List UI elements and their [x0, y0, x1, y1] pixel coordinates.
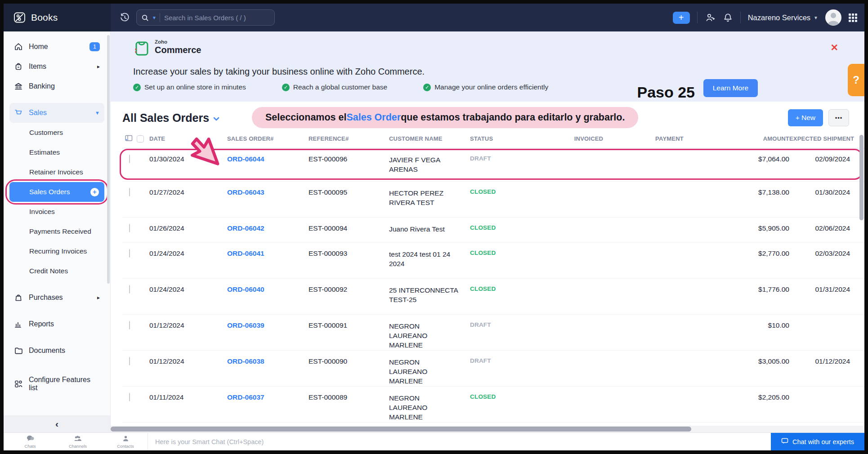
smart-chat-input-wrap [148, 433, 771, 450]
cell-shipment: 02/09/2024 [789, 155, 850, 181]
table-row[interactable]: 01/11/2024 ORD-06037 EST-000089 NEGRON L… [122, 387, 864, 423]
status-text: CLOSED [470, 249, 548, 278]
vertical-scrollbar[interactable] [859, 135, 864, 220]
smart-chat-input[interactable] [148, 438, 771, 446]
row-checkbox[interactable] [129, 393, 130, 401]
col-header-payment[interactable]: PAYMENT [629, 135, 710, 142]
chat-tab-chats[interactable]: Chats [14, 435, 46, 449]
sidebar-item-estimates[interactable]: Estimates [9, 142, 104, 162]
col-header-reference[interactable]: REFERENCE# [309, 135, 389, 142]
bullet-text: Manage your online orders efficiently [434, 83, 548, 91]
refer-user-icon[interactable] [705, 12, 716, 23]
sales-order-link[interactable]: ORD-06041 [227, 249, 264, 257]
new-sales-order-button[interactable]: + New [788, 109, 823, 126]
sidebar-item-retainer-invoices[interactable]: Retainer Invoices [9, 162, 104, 182]
column-settings-icon[interactable] [125, 135, 133, 143]
cell-date: 01/26/2024 [149, 224, 227, 242]
col-header-customer[interactable]: CUSTOMER NAME [389, 135, 470, 142]
sidebar-collapse-button[interactable]: ‹ [4, 415, 110, 432]
sales-order-link[interactable]: ORD-06043 [227, 188, 264, 196]
select-all-checkbox[interactable] [137, 135, 144, 142]
cell-reference: EST-000093 [309, 249, 389, 278]
chat-tab-label: Contacts [117, 444, 134, 449]
learn-more-button[interactable]: Learn More [703, 79, 758, 97]
table-row[interactable]: 01/27/2024 ORD-06043 EST-000095 HECTOR P… [122, 182, 864, 218]
table-row[interactable]: 01/26/2024 ORD-06042 EST-000094 Juano Ri… [122, 218, 864, 243]
horizontal-scrollbar[interactable] [111, 426, 864, 432]
chevron-down-icon: ▼ [95, 110, 100, 116]
banner-bullet: ✓ Set up an online store in minutes [133, 83, 246, 91]
check-icon: ✓ [423, 84, 431, 91]
row-checkbox[interactable] [129, 321, 130, 329]
add-sales-order-icon[interactable]: + [90, 188, 99, 196]
org-switcher[interactable]: Nazareno Services ▼ [748, 13, 818, 22]
sales-order-link[interactable]: ORD-06040 [227, 285, 264, 293]
status-text: CLOSED [470, 188, 548, 217]
help-tab-button[interactable]: ? [848, 64, 864, 96]
annotation-callout: Seleccionamos el Sales Order que estamos… [252, 107, 638, 128]
brand-logo[interactable]: Books [4, 4, 111, 31]
row-checkbox[interactable] [129, 224, 130, 232]
search-scope-caret-icon[interactable]: ▼ [152, 15, 157, 20]
sidebar-item-customers[interactable]: Customers [9, 123, 104, 142]
col-header-sales-order[interactable]: SALES ORDER# [227, 135, 309, 142]
quick-create-button[interactable]: + [673, 12, 690, 24]
row-checkbox[interactable] [129, 155, 130, 163]
apps-grid-icon[interactable] [849, 13, 857, 22]
more-actions-button[interactable]: ••• [828, 109, 849, 126]
chat-tab-contacts[interactable]: Contacts [110, 435, 141, 449]
table-row[interactable]: 01/24/2024 ORD-06040 EST-000092 25 INTER… [122, 279, 864, 315]
table-row[interactable]: 01/24/2024 ORD-06041 EST-000093 test 202… [122, 243, 864, 279]
col-header-amount[interactable]: AMOUNT [710, 135, 789, 142]
sales-orders-annotation-ring: Sales Orders + [9, 182, 104, 202]
table-row[interactable]: 01/12/2024 ORD-06038 EST-000090 NEGRON L… [122, 351, 864, 387]
sales-order-link[interactable]: ORD-06037 [227, 393, 264, 401]
sales-order-link[interactable]: ORD-06039 [227, 321, 264, 329]
sidebar-scrollbar[interactable] [107, 35, 110, 284]
status-text: CLOSED [470, 393, 548, 422]
table-row[interactable]: 01/12/2024 ORD-06039 EST-000091 NEGRON L… [122, 315, 864, 351]
global-search[interactable]: ▼ [136, 9, 275, 26]
search-input[interactable] [163, 13, 270, 22]
sales-order-link[interactable]: ORD-06042 [227, 224, 264, 232]
chat-tab-channels[interactable]: Channels [62, 435, 94, 449]
sales-order-link[interactable]: ORD-06044 [227, 155, 264, 163]
row-checkbox[interactable] [129, 357, 130, 365]
sidebar-item-label: Home [29, 43, 48, 51]
sidebar-item-payments-received[interactable]: Payments Received [9, 222, 104, 241]
banner-bullet: ✓ Manage your online orders efficiently [423, 83, 548, 91]
row-checkbox[interactable] [129, 285, 130, 294]
search-icon [141, 14, 149, 22]
sidebar-item-sales[interactable]: Sales ▼ [9, 103, 104, 123]
col-header-expected-shipment[interactable]: EXPECTED SHIPMENT [789, 135, 850, 142]
col-header-status[interactable]: STATUS [470, 135, 548, 142]
col-header-invoiced[interactable]: INVOICED [548, 135, 629, 142]
history-icon[interactable] [120, 13, 130, 23]
sidebar-item-items[interactable]: Items ▸ [9, 57, 104, 76]
sidebar-item-purchases[interactable]: Purchases ▸ [9, 288, 104, 307]
avatar[interactable] [825, 9, 841, 26]
view-title[interactable]: All Sales Orders [122, 111, 219, 125]
horizontal-scrollbar-thumb[interactable] [111, 427, 691, 432]
sidebar-item-configure-features[interactable]: Configure Features list [9, 374, 104, 394]
sidebar-item-reports[interactable]: Reports [9, 314, 104, 334]
top-bar: Books ▼ + [4, 4, 864, 31]
cell-shipment: 01/12/2024 [789, 357, 850, 386]
sidebar-item-credit-notes[interactable]: Credit Notes [9, 261, 104, 281]
row-checkbox[interactable] [129, 249, 130, 258]
notifications-bell-icon[interactable] [723, 13, 733, 23]
banner-close-icon[interactable]: ✕ [830, 42, 838, 53]
row-checkbox[interactable] [129, 188, 130, 196]
chat-with-experts-button[interactable]: Chat with our experts [771, 433, 864, 450]
sales-order-link[interactable]: ORD-06038 [227, 357, 264, 365]
sidebar-item-invoices[interactable]: Invoices [9, 202, 104, 222]
home-badge: 1 [89, 42, 100, 51]
sidebar-item-recurring-invoices[interactable]: Recurring Invoices [9, 241, 104, 261]
cell-customer: NEGRON LAUREANO MARLENE [389, 393, 470, 422]
sidebar-item-label: Estimates [29, 148, 60, 156]
sidebar-item-home[interactable]: Home 1 [9, 37, 104, 57]
sidebar-item-documents[interactable]: Documents [9, 341, 104, 361]
sidebar-item-sales-orders[interactable]: Sales Orders + [9, 182, 104, 202]
table-row[interactable]: 01/30/2024 ORD-06044 EST-000096 JAVIER F… [122, 148, 864, 182]
sidebar-item-banking[interactable]: Banking [9, 76, 104, 96]
